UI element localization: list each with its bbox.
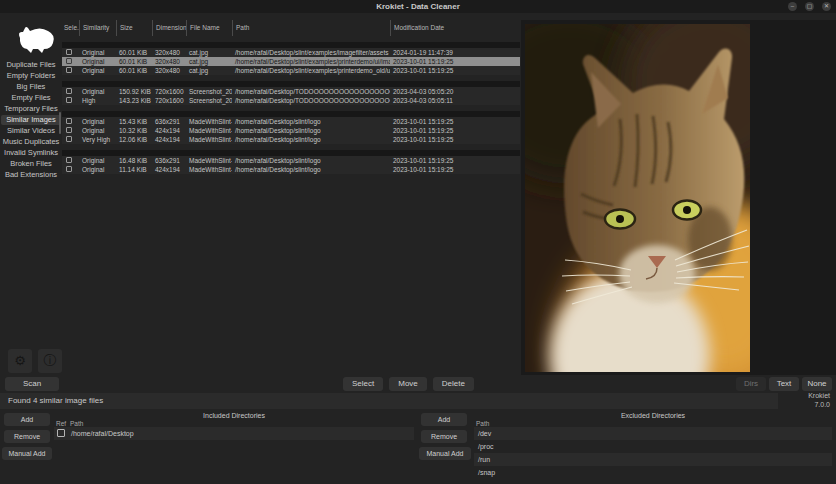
status-bar: Found 4 similar image files xyxy=(0,393,778,409)
cell-modified: 2023-10-01 15:19:25 xyxy=(390,117,520,126)
results-table: Original60.01 KiB320x480cat.jpg/home/raf… xyxy=(62,42,520,174)
column-header-5[interactable]: File Name xyxy=(186,20,232,36)
included-directory-row[interactable]: /home/rafal/Desktop xyxy=(54,427,414,440)
sidebar-item-empty-folders[interactable]: Empty Folders xyxy=(1,71,61,81)
row-checkbox[interactable] xyxy=(66,49,72,55)
excluded-add-button[interactable]: Add xyxy=(421,413,467,426)
results-table-header[interactable]: Sele...SimilaritySizeDimensionsFile Name… xyxy=(62,20,520,36)
included-manual-add-button[interactable]: Manual Add xyxy=(2,447,52,460)
included-directories-title: Included Directories xyxy=(54,411,414,421)
maximize-icon: ▢ xyxy=(807,3,813,9)
table-row[interactable]: Original11.14 KiB424x194MadeWithSlint-l.… xyxy=(62,165,520,174)
column-header-1[interactable]: Sele... xyxy=(62,20,79,36)
delete-button[interactable]: Delete xyxy=(433,377,474,391)
column-header-6[interactable]: Path xyxy=(232,20,390,36)
included-remove-button[interactable]: Remove xyxy=(4,430,50,443)
row-checkbox[interactable] xyxy=(66,118,72,124)
row-checkbox[interactable] xyxy=(66,97,72,103)
table-row[interactable]: Original10.32 KiB424x194MadeWithSlint-l.… xyxy=(62,126,520,135)
app-window: Krokiet - Data Cleaner – ▢ ✕ Duplicate F… xyxy=(0,0,836,484)
cell-dimensions: 636x291 xyxy=(152,156,186,165)
cell-file-name: MadeWithSlint-l... xyxy=(186,135,232,144)
tab-dirs[interactable]: Dirs xyxy=(736,377,766,391)
excluded-directory-row[interactable]: /snap xyxy=(474,466,832,479)
minimize-icon: – xyxy=(791,3,794,9)
tab-none[interactable]: None xyxy=(802,377,832,391)
cell-size: 12.06 KiB xyxy=(116,135,152,144)
move-button[interactable]: Move xyxy=(389,377,427,391)
cell-size: 60.01 KiB xyxy=(116,66,152,75)
cell-similarity: Original xyxy=(79,57,116,66)
sidebar-item-broken-files[interactable]: Broken Files xyxy=(1,159,61,169)
sidebar-item-empty-files[interactable]: Empty Files xyxy=(1,93,61,103)
cell-dimensions: 320x480 xyxy=(152,57,186,66)
row-checkbox[interactable] xyxy=(66,58,72,64)
row-checkbox[interactable] xyxy=(66,166,72,172)
excluded-directory-row[interactable]: /run xyxy=(474,453,832,466)
sidebar-item-duplicate-files[interactable]: Duplicate Files xyxy=(1,60,61,70)
sidebar-scrollbar[interactable] xyxy=(59,112,61,134)
table-row[interactable]: Original15.43 KiB636x291MadeWithSlint-l.… xyxy=(62,117,520,126)
cell-modified: 2023-10-01 15:19:25 xyxy=(390,57,520,66)
cell-dimensions: 320x480 xyxy=(152,48,186,57)
cell-path: /home/rafal/Desktop/TODOOOOOOOOOOOOOOOOO… xyxy=(232,87,390,96)
cell-path: /home/rafal/Desktop/slint/logo xyxy=(232,135,390,144)
cell-size: 15.43 KiB xyxy=(116,117,152,126)
table-row[interactable]: Original60.01 KiB320x480cat.jpg/home/raf… xyxy=(62,57,520,66)
cell-select xyxy=(62,96,79,105)
row-checkbox[interactable] xyxy=(66,67,72,73)
maximize-button[interactable]: ▢ xyxy=(805,2,814,11)
cell-similarity: Original xyxy=(79,156,116,165)
row-checkbox[interactable] xyxy=(66,157,72,163)
included-add-button[interactable]: Add xyxy=(4,413,50,426)
cell-file-name: MadeWithSlint-l... xyxy=(186,126,232,135)
sidebar-item-invalid-symlinks[interactable]: Invalid Symlinks xyxy=(1,148,61,158)
row-checkbox[interactable] xyxy=(66,88,72,94)
cell-size: 143.23 KiB xyxy=(116,96,152,105)
excluded-remove-button[interactable]: Remove xyxy=(421,430,467,443)
excluded-directory-row[interactable]: /proc xyxy=(474,440,832,453)
sidebar-item-big-files[interactable]: Big Files xyxy=(1,82,61,92)
table-row[interactable]: Original150.92 KiB720x1600Screenshot_202… xyxy=(62,87,520,96)
sidebar-nav: Duplicate FilesEmpty FoldersBig FilesEmp… xyxy=(0,60,62,180)
table-row[interactable]: Very High12.06 KiB424x194MadeWithSlint-l… xyxy=(62,135,520,144)
column-header-2[interactable]: Similarity xyxy=(79,20,116,36)
sidebar-item-temporary-files[interactable]: Temporary Files xyxy=(1,104,61,114)
sidebar-item-similar-images[interactable]: Similar Images xyxy=(1,115,61,125)
table-row[interactable]: High143.23 KiB720x1600Screenshot_202.../… xyxy=(62,96,520,105)
cell-size: 60.01 KiB xyxy=(116,57,152,66)
sidebar-item-music-duplicates[interactable]: Music Duplicates xyxy=(1,137,61,147)
table-row[interactable]: Original60.01 KiB320x480cat.jpg/home/raf… xyxy=(62,66,520,75)
titlebar[interactable]: Krokiet - Data Cleaner – ▢ ✕ xyxy=(0,0,836,13)
select-button[interactable]: Select xyxy=(343,377,383,391)
cell-select xyxy=(62,156,79,165)
column-header-7[interactable]: Modification Date xyxy=(390,20,520,36)
excluded-directories-title: Excluded Directories xyxy=(474,411,832,421)
minimize-button[interactable]: – xyxy=(788,2,797,11)
table-row[interactable]: Original16.48 KiB636x291MadeWithSlint-l.… xyxy=(62,156,520,165)
scan-button[interactable]: Scan xyxy=(5,377,59,391)
excluded-directory-row[interactable]: /dev xyxy=(474,427,832,440)
close-icon: ✕ xyxy=(824,3,829,9)
column-header-3[interactable]: Size xyxy=(116,20,152,36)
cell-path: /home/rafal/Desktop/slint/examples/print… xyxy=(232,57,390,66)
status-message: Found 4 similar image files xyxy=(8,396,103,405)
close-button[interactable]: ✕ xyxy=(822,2,831,11)
ref-checkbox[interactable] xyxy=(57,429,65,437)
cell-modified: 2023-04-03 05:05:20 xyxy=(390,87,520,96)
tab-text[interactable]: Text xyxy=(769,377,799,391)
cell-select xyxy=(62,117,79,126)
sidebar-item-bad-extensions[interactable]: Bad Extensions xyxy=(1,170,61,180)
table-row[interactable]: Original60.01 KiB320x480cat.jpg/home/raf… xyxy=(62,48,520,57)
cell-size: 11.14 KiB xyxy=(116,165,152,174)
info-button[interactable]: ⓘ xyxy=(38,349,62,373)
column-header-4[interactable]: Dimensions xyxy=(152,20,186,36)
settings-button[interactable]: ⚙ xyxy=(8,349,32,373)
cell-select xyxy=(62,126,79,135)
excluded-manual-add-button[interactable]: Manual Add xyxy=(419,447,471,460)
cell-similarity: Original xyxy=(79,48,116,57)
cell-dimensions: 720x1600 xyxy=(152,96,186,105)
row-checkbox[interactable] xyxy=(66,127,72,133)
row-checkbox[interactable] xyxy=(66,136,72,142)
sidebar-item-similar-videos[interactable]: Similar Videos xyxy=(1,126,61,136)
